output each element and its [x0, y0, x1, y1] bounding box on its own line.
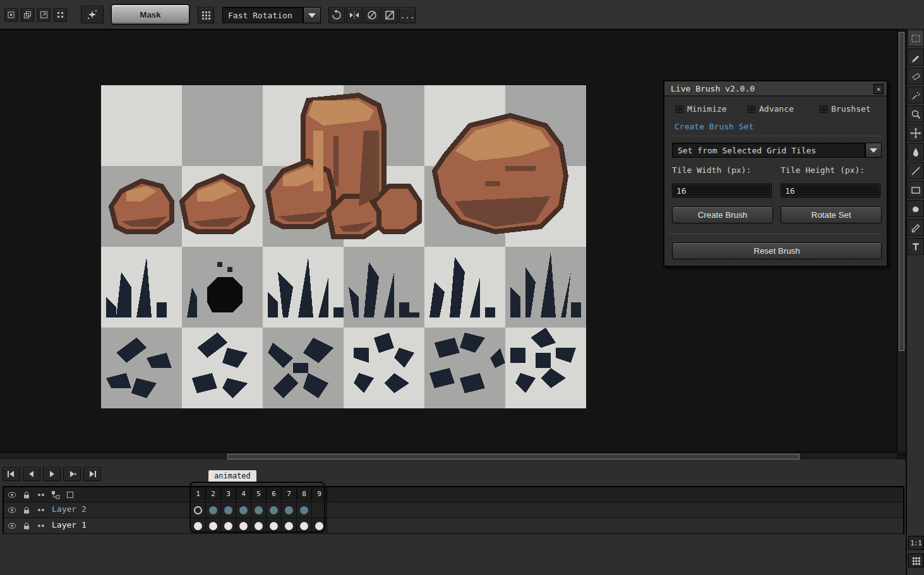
- pixel-grid-button[interactable]: [908, 554, 924, 567]
- zoom-ratio-button[interactable]: 1:1: [908, 536, 924, 550]
- flip-button[interactable]: [346, 7, 363, 23]
- next-icon: [68, 470, 76, 478]
- tool-eraser[interactable]: [908, 68, 924, 85]
- mask-button[interactable]: Mask: [111, 4, 189, 25]
- frame-cell[interactable]: [282, 518, 297, 533]
- go-last-frame-button[interactable]: [83, 467, 101, 481]
- frame-cell[interactable]: [297, 502, 312, 518]
- layer-row[interactable]: Layer 2: [4, 502, 903, 518]
- vertical-scrollbar[interactable]: [897, 30, 906, 452]
- dialog-title-bar[interactable]: Live Brush v2.0.0: [664, 81, 887, 97]
- layer-continuous-toggle[interactable]: [35, 504, 47, 516]
- preview-button[interactable]: [81, 6, 104, 23]
- rotation-mode-dropdown[interactable]: Fast Rotation: [222, 7, 303, 23]
- tool-spray[interactable]: [908, 86, 924, 104]
- tool-contour[interactable]: [908, 200, 924, 217]
- tool-text[interactable]: [908, 238, 924, 255]
- frame-cell[interactable]: [206, 502, 221, 518]
- create-brush-button[interactable]: Create Brush: [672, 206, 773, 223]
- tool-line[interactable]: [908, 162, 924, 179]
- horizontal-scrollbar-thumb[interactable]: [227, 454, 800, 459]
- frame-cell[interactable]: [236, 502, 251, 518]
- source-dropdown[interactable]: Set from Selected Grid Tiles: [672, 143, 865, 158]
- vertical-scrollbar-thumb[interactable]: [899, 32, 904, 351]
- minimize-checkbox[interactable]: Minimize: [676, 104, 727, 114]
- frame-cell[interactable]: [236, 518, 251, 533]
- source-dropdown-value: Set from Selected Grid Tiles: [678, 146, 816, 155]
- tool-zoom[interactable]: [908, 105, 924, 122]
- tool-slice[interactable]: [908, 219, 924, 236]
- layer-name[interactable]: Layer 2: [52, 504, 87, 514]
- frame-cell[interactable]: [191, 502, 206, 518]
- no-rotation-square-button[interactable]: [381, 7, 398, 23]
- frame-number[interactable]: 5: [251, 487, 267, 501]
- tile-height-input[interactable]: [781, 184, 880, 198]
- play-button[interactable]: [43, 467, 61, 481]
- layer-row[interactable]: Layer 1: [4, 518, 903, 534]
- frame-number[interactable]: 7: [282, 487, 297, 501]
- layer-continuous-toggle[interactable]: [35, 520, 47, 531]
- rotate-set-button[interactable]: Rotate Set: [781, 206, 882, 223]
- layer-lock-toggle[interactable]: [21, 504, 32, 516]
- export-button[interactable]: [37, 8, 51, 21]
- reset-brush-button[interactable]: Reset Brush: [672, 242, 882, 259]
- frame-cell[interactable]: [312, 502, 327, 518]
- go-first-frame-button[interactable]: [3, 467, 20, 481]
- cel-options-button[interactable]: [64, 489, 76, 501]
- layer-visibility-toggle[interactable]: [6, 504, 18, 516]
- layer-visibility-toggle[interactable]: [6, 520, 18, 531]
- advance-checkbox[interactable]: Advance: [748, 104, 794, 114]
- frame-cell[interactable]: [297, 518, 312, 533]
- canvas-grid-icon: [7, 11, 15, 19]
- tool-rectangle[interactable]: [908, 181, 924, 198]
- canvas-grid-button[interactable]: [4, 8, 18, 21]
- frame-cell[interactable]: [312, 518, 327, 533]
- frame-cell[interactable]: [282, 502, 297, 518]
- lock-all-toggle[interactable]: [21, 489, 32, 501]
- frame-number[interactable]: 1: [191, 487, 206, 501]
- grid-toggle-button[interactable]: [54, 8, 67, 21]
- tool-strip: 1:1: [906, 29, 924, 575]
- tile-grid-button[interactable]: [198, 7, 214, 23]
- source-dropdown-button[interactable]: [865, 143, 882, 158]
- tool-pencil[interactable]: [908, 49, 924, 66]
- duplicate-button[interactable]: [21, 8, 34, 21]
- frame-number[interactable]: 6: [267, 487, 282, 501]
- rotation-mode-dropdown-button[interactable]: [303, 7, 321, 23]
- tool-paint-bucket[interactable]: [908, 143, 924, 160]
- more-options-button[interactable]: ...: [399, 7, 416, 23]
- timeline-options-button[interactable]: [50, 489, 61, 501]
- sprite-canvas[interactable]: [101, 85, 586, 408]
- frame-cell[interactable]: [267, 518, 282, 533]
- rotate-button[interactable]: [328, 7, 345, 23]
- checkbox-label: Advance: [759, 104, 794, 114]
- keyframe-dot: [255, 506, 263, 514]
- frame-cell[interactable]: [221, 518, 236, 533]
- previous-frame-button[interactable]: [23, 467, 40, 481]
- frame-number[interactable]: 3: [221, 487, 236, 501]
- frame-cell[interactable]: [267, 502, 282, 518]
- frame-cell[interactable]: [251, 502, 267, 518]
- close-button[interactable]: ×: [873, 84, 884, 94]
- animation-tag[interactable]: animated: [208, 470, 256, 482]
- frame-number[interactable]: 9: [312, 487, 327, 501]
- frame-number[interactable]: 4: [236, 487, 251, 501]
- frame-cell[interactable]: [206, 518, 221, 533]
- next-frame-button[interactable]: [63, 467, 81, 481]
- no-rotation-circle-button[interactable]: [364, 7, 380, 23]
- frame-number[interactable]: 8: [297, 487, 312, 501]
- visibility-all-toggle[interactable]: [6, 489, 18, 501]
- frame-cell[interactable]: [251, 518, 267, 533]
- zoom-icon: [910, 109, 921, 120]
- tool-move[interactable]: [908, 124, 924, 141]
- layer-lock-toggle[interactable]: [21, 520, 32, 531]
- brushset-checkbox[interactable]: Brushset: [820, 104, 871, 114]
- layer-name[interactable]: Layer 1: [52, 520, 87, 530]
- continuous-all-toggle[interactable]: [35, 489, 47, 501]
- frame-number[interactable]: 2: [206, 487, 221, 501]
- frame-cell[interactable]: [191, 518, 206, 533]
- frame-cell[interactable]: [221, 502, 236, 518]
- create-brush-set-link[interactable]: Create Brush Set: [675, 122, 753, 131]
- tool-rectangular-marquee[interactable]: [908, 30, 924, 47]
- tile-width-input[interactable]: [672, 184, 772, 198]
